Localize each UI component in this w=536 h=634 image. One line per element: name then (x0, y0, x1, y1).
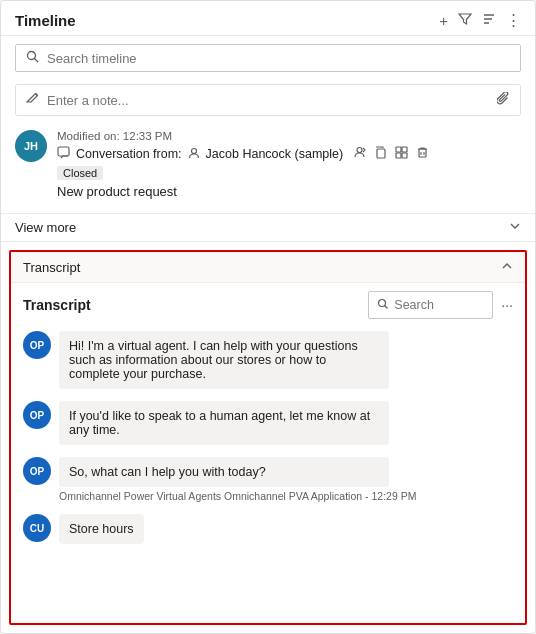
avatar: JH (15, 130, 47, 162)
chat-message-4: CU Store hours (23, 514, 513, 544)
op-avatar-1: OP (23, 331, 51, 359)
filter-icon[interactable] (458, 12, 472, 29)
view-more-row[interactable]: View more (1, 214, 535, 242)
status-badge: Closed (57, 166, 103, 180)
copy-icon[interactable] (374, 146, 387, 162)
chat-message-3: OP So, what can I help you with today? O… (23, 457, 513, 502)
entry-subject: New product request (57, 184, 521, 199)
op-avatar-3: OP (23, 457, 51, 485)
assign-icon[interactable] (353, 146, 366, 162)
transcript-section-label: Transcript (23, 260, 80, 275)
chat-bubble-3: So, what can I help you with today? (59, 457, 389, 487)
svg-rect-10 (402, 147, 407, 152)
search-input[interactable] (47, 51, 510, 66)
conversation-label: Conversation from: (76, 147, 182, 161)
search-bar (15, 44, 521, 72)
transcript-toolbar: Transcript ··· (23, 291, 513, 319)
more-icon[interactable]: ⋮ (506, 11, 521, 29)
svg-point-6 (191, 148, 196, 153)
entry-content: Modified on: 12:33 PM Conversation from:… (57, 130, 521, 203)
svg-rect-13 (419, 149, 426, 157)
timeline-entry: JH Modified on: 12:33 PM Conversation fr… (1, 120, 535, 214)
attachment-icon[interactable] (497, 92, 510, 108)
panel-title: Timeline (15, 12, 76, 29)
svg-rect-5 (58, 147, 69, 156)
svg-rect-9 (396, 147, 401, 152)
svg-point-7 (357, 148, 362, 153)
transcript-search-wrap: ··· (368, 291, 513, 319)
transcript-inner: Transcript ··· OP Hi! I'm a virtual (11, 283, 525, 552)
grid-icon[interactable] (395, 146, 408, 162)
entry-action-icons (353, 146, 429, 162)
transcript-search-input[interactable] (394, 298, 484, 312)
pencil-icon (26, 92, 39, 108)
svg-line-4 (35, 59, 39, 63)
transcript-search-box (368, 291, 493, 319)
chat-message-2: OP If you'd like to speak to a human age… (23, 401, 513, 445)
panel-header: Timeline + ⋮ (1, 1, 535, 36)
entry-row: Conversation from: Jacob Hancock (sample… (57, 146, 521, 162)
transcript-header-bar: Transcript (11, 252, 525, 283)
svg-point-16 (379, 300, 386, 307)
timeline-panel: Timeline + ⋮ JH Modified o (0, 0, 536, 634)
op-avatar-2: OP (23, 401, 51, 429)
note-input[interactable] (47, 93, 489, 108)
svg-line-17 (385, 306, 388, 309)
transcript-more-icon[interactable]: ··· (501, 297, 513, 313)
chat-messages: OP Hi! I'm a virtual agent. I can help w… (23, 331, 513, 544)
entry-modified: Modified on: 12:33 PM (57, 130, 521, 142)
delete-icon[interactable] (416, 146, 429, 162)
chat-bubble-2: If you'd like to speak to a human agent,… (59, 401, 389, 445)
chat-message-1: OP Hi! I'm a virtual agent. I can help w… (23, 331, 513, 389)
user-name: Jacob Hancock (sample) (206, 147, 344, 161)
transcript-inner-title: Transcript (23, 297, 91, 313)
transcript-search-icon (377, 296, 389, 314)
note-input-bar (15, 84, 521, 116)
transcript-section: Transcript Transcript ··· (9, 250, 527, 625)
msg-with-meta-3: So, what can I help you with today? Omni… (59, 457, 416, 502)
chat-bubble-1: Hi! I'm a virtual agent. I can help with… (59, 331, 389, 389)
collapse-icon[interactable] (501, 258, 513, 276)
conversation-icon (57, 146, 70, 162)
svg-rect-12 (402, 153, 407, 158)
header-icons: + ⋮ (439, 11, 521, 29)
svg-point-3 (28, 52, 36, 60)
chat-bubble-4: Store hours (59, 514, 144, 544)
user-icon (188, 147, 200, 162)
chevron-down-icon (509, 220, 521, 235)
view-more-label: View more (15, 220, 76, 235)
svg-rect-8 (377, 149, 385, 158)
sort-icon[interactable] (482, 12, 496, 29)
search-icon (26, 50, 39, 66)
add-icon[interactable]: + (439, 12, 448, 29)
cu-avatar-4: CU (23, 514, 51, 542)
chat-meta-3: Omnichannel Power Virtual Agents Omnicha… (59, 490, 416, 502)
svg-rect-11 (396, 153, 401, 158)
